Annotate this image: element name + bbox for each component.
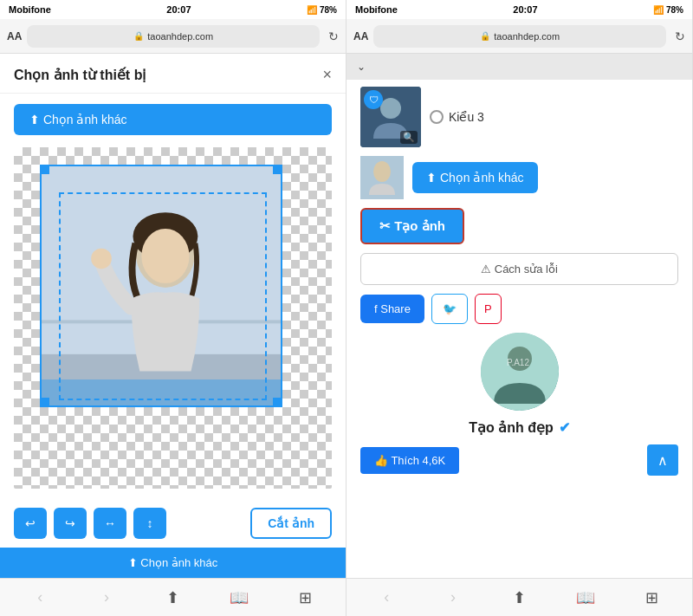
right-nav-forward[interactable]: › [436, 580, 470, 615]
left-nav-bookmarks[interactable]: 📖 [222, 580, 256, 615]
right-avatar-preview-container: P.A12 [360, 333, 678, 411]
right-radio-circle [430, 110, 444, 124]
left-url-text: taoanhdep.com [147, 31, 213, 42]
left-nav-tabs[interactable]: ⊞ [288, 580, 323, 615]
left-battery-icon: 78% [320, 5, 337, 15]
right-browser-nav: ‹ › ⬆ 📖 ⊞ [346, 578, 692, 616]
right-status-bar: Mobifone 20:07 📶 78% [346, 0, 692, 19]
right-nav-tabs[interactable]: ⊞ [635, 580, 670, 615]
left-aa-button[interactable]: AA [7, 30, 22, 42]
right-avatar-preview: P.A12 [481, 333, 559, 411]
left-bottom-choose-text: ⬆ Chọn ảnh khác [128, 556, 218, 569]
left-flip-v-button[interactable]: ↕ [133, 508, 166, 539]
left-url-bar[interactable]: 🔒 taoanhdep.com [27, 25, 320, 48]
right-share-twitter-button[interactable]: 🐦 [431, 294, 468, 324]
left-choose-image-button[interactable]: ⬆ Chọn ảnh khác [14, 104, 332, 135]
right-lock-icon: 🔒 [480, 31, 490, 41]
right-signal-icon: 📶 [653, 5, 664, 15]
right-person-svg [360, 156, 404, 199]
left-browser-nav: ‹ › ⬆ 📖 ⊞ [0, 578, 346, 616]
right-create-button[interactable]: ✂ Tạo ảnh [360, 208, 464, 244]
right-like-button[interactable]: 👍 Thích 4,6K [360, 447, 459, 474]
left-modal-title: Chọn ảnh từ thiết bị [14, 67, 146, 83]
right-style-label: Kiểu 3 [449, 110, 484, 124]
right-url-text: taoanhdep.com [494, 31, 560, 42]
left-modal-close-button[interactable]: × [322, 66, 332, 84]
right-share-row: f Share 🐦 P [360, 294, 678, 324]
right-create-row: ✂ Tạo ảnh [360, 208, 678, 244]
left-modal-header: Chọn ảnh từ thiết bị × [0, 54, 346, 94]
right-thumbnail: 🛡 🔍 [360, 87, 421, 147]
left-nav-forward[interactable]: › [89, 580, 124, 615]
right-error-button[interactable]: ⚠ Cách sửa lỗi [360, 253, 678, 285]
right-thumbnail-badge: 🛡 [364, 90, 383, 109]
left-modal-container: Chọn ảnh từ thiết bị × ⬆ Chọn ảnh khác [0, 54, 346, 578]
left-crop-selection [59, 192, 267, 400]
right-choose-other-button[interactable]: ⬆ Chọn ảnh khác [412, 162, 538, 193]
left-nav-back[interactable]: ‹ [23, 580, 57, 615]
left-redo-button[interactable]: ↪ [54, 508, 87, 539]
right-page-content: ⌄ 🛡 🔍 Kiểu 3 [346, 54, 692, 578]
right-aa-button[interactable]: AA [353, 30, 368, 42]
right-battery-icon: 78% [666, 5, 683, 15]
right-avatar-svg: P.A12 [481, 333, 559, 411]
left-bottom-choose-bar[interactable]: ⬆ Chọn ảnh khác [0, 548, 346, 578]
left-undo-button[interactable]: ↩ [14, 508, 47, 539]
svg-text:P.A12: P.A12 [507, 358, 529, 367]
right-nav-back[interactable]: ‹ [369, 580, 404, 615]
left-cut-button[interactable]: Cắt ảnh [250, 508, 332, 539]
right-brand-name: Tạo ảnh đẹp [469, 419, 554, 436]
right-style-row: 🛡 🔍 Kiểu 3 [360, 87, 678, 147]
right-verified-icon: ✔ [559, 419, 570, 436]
left-crop-corner-tr[interactable] [273, 165, 282, 174]
left-modal-body: ⬆ Chọn ảnh khác [0, 94, 346, 499]
left-phone-panel: Mobifone 20:07 📶 78% AA 🔒 taoanhdep.com … [0, 0, 346, 616]
left-time: 20:07 [166, 4, 191, 15]
left-status-bar: Mobifone 20:07 📶 78% [0, 0, 346, 19]
right-reload-button[interactable]: ↻ [675, 29, 685, 43]
right-hint-arrow: ⌄ [357, 61, 366, 73]
left-modal-footer: ↩ ↪ ↔ ↕ Cắt ảnh [0, 499, 346, 548]
right-phone-panel: Mobifone 20:07 📶 78% AA 🔒 taoanhdep.com … [346, 0, 693, 616]
left-page-content: ⌄ hấn nút chọn ảnh bạn cần làm avatar Ch… [0, 54, 346, 578]
right-share-pinterest-button[interactable]: P [475, 294, 502, 324]
right-person-photo [360, 156, 404, 199]
left-crop-image-container [40, 165, 282, 407]
right-style-choose-row: ⬆ Chọn ảnh khác [360, 156, 678, 199]
left-crop-area[interactable] [14, 147, 332, 489]
left-crop-bottom-fill [42, 379, 281, 405]
right-share-facebook-button[interactable]: f Share [360, 295, 424, 323]
right-nav-share[interactable]: ⬆ [502, 580, 536, 615]
left-status-icons: 📶 78% [307, 5, 337, 15]
right-status-icons: 📶 78% [653, 5, 683, 15]
right-error-row: ⚠ Cách sửa lỗi [360, 253, 678, 285]
left-browser-bar: AA 🔒 taoanhdep.com ↻ [0, 19, 346, 54]
left-flip-h-button[interactable]: ↔ [94, 508, 126, 539]
right-thumbnail-zoom: 🔍 [400, 131, 418, 144]
left-lock-icon: 🔒 [133, 31, 144, 41]
right-style-option[interactable]: Kiểu 3 [430, 110, 484, 124]
left-nav-share[interactable]: ⬆ [155, 580, 190, 615]
right-hint-bar: ⌄ [346, 54, 692, 80]
right-brand-row: Tạo ảnh đẹp ✔ [360, 419, 678, 436]
right-page-scroll: 🛡 🔍 Kiểu 3 [346, 80, 692, 578]
left-modal-overlay: Chọn ảnh từ thiết bị × ⬆ Chọn ảnh khác [0, 54, 346, 578]
right-scroll-top-button[interactable]: ∧ [647, 444, 678, 476]
left-reload-button[interactable]: ↻ [328, 29, 339, 43]
right-time: 20:07 [513, 4, 537, 15]
left-carrier: Mobifone [9, 4, 51, 15]
right-like-row: 👍 Thích 4,6K ∧ [360, 444, 678, 476]
left-crop-corner-tl[interactable] [41, 165, 49, 174]
right-url-bar[interactable]: 🔒 taoanhdep.com [373, 25, 666, 48]
right-carrier: Mobifone [355, 4, 398, 15]
svg-point-8 [380, 98, 401, 119]
right-nav-bookmarks[interactable]: 📖 [568, 580, 603, 615]
right-browser-bar: AA 🔒 taoanhdep.com ↻ [346, 19, 692, 54]
svg-point-10 [373, 161, 391, 182]
left-signal-icon: 📶 [307, 5, 317, 15]
